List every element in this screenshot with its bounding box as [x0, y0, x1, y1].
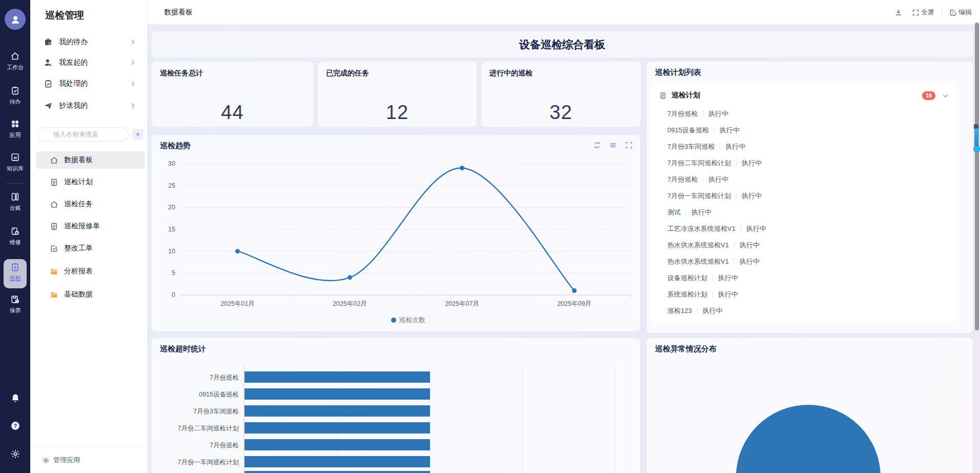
plan-list-item[interactable]: 热水供水系统巡检V1执行中: [651, 253, 956, 270]
sidebar-group-我的待办[interactable]: 我的待办: [36, 33, 141, 51]
stat-value: 32: [481, 102, 641, 124]
chevron-right-icon: [129, 38, 136, 46]
svg-text:7月份巡检: 7月份巡检: [210, 442, 239, 449]
plan-separator: [712, 291, 713, 298]
chevron-right-icon: [129, 102, 136, 109]
plan-status: 执行中: [725, 142, 745, 151]
topbar: 数据看板 全屏 编辑: [148, 0, 980, 25]
rail-item-维修[interactable]: 维修: [0, 226, 30, 246]
trend-chart-card: 0510152025302025年01月2025年02月2025年07月2025…: [152, 135, 640, 331]
dashboard-title: 设备巡检综合看板: [152, 31, 973, 57]
sidebar-group-我处理的[interactable]: 我处理的: [36, 74, 141, 93]
rail-item-知识库[interactable]: AI知识库: [0, 152, 30, 172]
edit-icon: [949, 9, 957, 16]
menu-lines-icon[interactable]: [609, 141, 617, 149]
plan-name: 7月份巡检: [667, 109, 698, 119]
scrollbar-thumb[interactable]: [975, 23, 979, 330]
topbar-divider: [942, 8, 942, 16]
plan-separator: [712, 274, 713, 282]
search-input[interactable]: [37, 127, 129, 142]
expand-icon[interactable]: [625, 141, 633, 149]
stat-value: 44: [152, 102, 313, 124]
plan-list-item[interactable]: 7月份一车间巡检计划执行中: [651, 188, 956, 204]
sidebar-item-分析报表[interactable]: 分析报表: [36, 263, 145, 280]
plan-list-item[interactable]: 测试执行中: [651, 204, 956, 221]
plan-list-item[interactable]: 0915设备巡检执行中: [651, 122, 956, 139]
dashboard-content: 设备巡检综合看板 巡检任务总计 44 已完成的任务 12 进行中的巡检 32 0…: [148, 25, 980, 473]
plan-status: 执行中: [708, 175, 728, 184]
anomaly-chart-svg: [647, 338, 973, 473]
svg-text:7月份二车间巡检计划: 7月份二车间巡检计划: [178, 425, 239, 432]
rail-item-巡检[interactable]: 巡检: [0, 262, 30, 282]
plan-name: 热水供水系统巡检V1: [667, 241, 729, 250]
app-rail: 工作台待办应用AI知识库台账维修巡检保养 ?: [0, 0, 30, 473]
folder-icon: [50, 290, 58, 299]
chevron-right-icon: [129, 59, 136, 66]
avatar[interactable]: [5, 9, 26, 30]
sidebar-item-巡检报修单[interactable]: 巡检报修单: [36, 218, 145, 235]
plan-status: 执行中: [718, 290, 738, 299]
fullscreen-button[interactable]: 全屏: [912, 8, 934, 17]
download-icon[interactable]: [894, 8, 903, 16]
count-badge: 16: [922, 91, 935, 100]
rail-item-应用[interactable]: 应用: [0, 119, 30, 139]
plan-list-item[interactable]: 设备巡检计划执行中: [651, 270, 956, 286]
rail-item-工作台[interactable]: 工作台: [0, 51, 30, 71]
help-button[interactable]: ?: [0, 421, 30, 431]
svg-text:2025年07月: 2025年07月: [445, 300, 479, 307]
plan-list-item[interactable]: 7月份3车间巡检执行中: [651, 139, 956, 155]
settings-button[interactable]: [0, 449, 30, 459]
overtime-chart-svg: 7月份巡检0915设备巡检7月份3车间巡检7月份二车间巡检计划7月份巡检7月份一…: [152, 338, 640, 473]
plan-separator: [697, 307, 698, 314]
plan-separator: [703, 110, 703, 117]
plan-status: 执行中: [691, 208, 711, 217]
ai-book-icon: AI: [10, 152, 20, 162]
plan-status: 执行中: [703, 306, 723, 316]
svg-text:2025年09月: 2025年09月: [557, 300, 591, 307]
ledger-icon: [10, 192, 20, 202]
plan-list-item[interactable]: 巡检123执行中: [651, 303, 956, 319]
manage-app-button[interactable]: 管理应用: [38, 454, 80, 467]
plan-list-item[interactable]: 7月份巡检执行中: [651, 171, 956, 188]
paper-plane-icon: [44, 101, 53, 110]
plan-list-item[interactable]: 热水供水系统巡检V1执行中: [651, 237, 956, 253]
sidebar-item-基础数据[interactable]: 基础数据: [36, 286, 145, 303]
svg-text:7月份3车间巡检: 7月份3车间巡检: [193, 408, 239, 415]
svg-text:25: 25: [168, 182, 175, 189]
plan-separator: [736, 160, 737, 167]
edit-button[interactable]: 编辑: [949, 8, 972, 17]
plan-name: 巡检123: [667, 306, 692, 316]
plan-group-header[interactable]: 巡检计划 16: [659, 86, 949, 105]
plan-list-item[interactable]: 系统巡检计划执行中: [651, 286, 956, 303]
sidebar-search: [37, 127, 142, 142]
rail-item-台账[interactable]: 台账: [0, 192, 30, 212]
chevron-down-icon[interactable]: [942, 92, 949, 100]
stat-card-inprogress: 进行中的巡检 32: [481, 62, 641, 127]
plan-list-panel: 巡检计划 16 7月份巡检执行中0915设备巡检执行中7月份3车间巡检执行中7月…: [651, 81, 956, 323]
plan-name: 7月份3车间巡检: [667, 142, 714, 151]
notifications-button[interactable]: [0, 393, 30, 403]
plan-list-item[interactable]: 工艺冷冻水系统巡检V1执行中: [651, 221, 956, 237]
plan-status: 执行中: [742, 159, 762, 168]
plan-status: 执行中: [746, 224, 766, 233]
plan-separator: [720, 143, 720, 150]
plan-list-item[interactable]: 7月份巡检执行中: [651, 106, 956, 122]
sidebar-item-数据看板[interactable]: 数据看板: [36, 151, 145, 169]
plan-separator: [714, 127, 714, 134]
plan-list-item[interactable]: 7月份二车间巡检计划执行中: [651, 155, 956, 171]
sidebar-group-我发起的[interactable]: 我发起的: [36, 53, 141, 72]
plan-list-items: 7月份巡检执行中0915设备巡检执行中7月份3车间巡检执行中7月份二车间巡检计划…: [651, 106, 956, 319]
rail-item-待办[interactable]: 待办: [0, 86, 30, 106]
sidebar-item-巡检计划[interactable]: 巡检计划: [36, 173, 145, 191]
rail-item-保养[interactable]: 保养: [0, 294, 30, 314]
dashboard-banner: 设备巡检综合看板: [152, 31, 973, 57]
sidebar-item-整改工单[interactable]: 整改工单: [36, 240, 145, 257]
scroll-drag-pin[interactable]: [973, 124, 979, 154]
sidebar-group-抄送我的[interactable]: 抄送我的: [36, 96, 141, 115]
pin-ball: [973, 146, 980, 152]
grid-icon: [10, 119, 20, 129]
svg-text:5: 5: [172, 269, 175, 277]
add-button[interactable]: [133, 129, 143, 140]
sidebar-item-巡检任务[interactable]: 巡检任务: [36, 195, 145, 213]
refresh-icon[interactable]: [593, 141, 601, 149]
